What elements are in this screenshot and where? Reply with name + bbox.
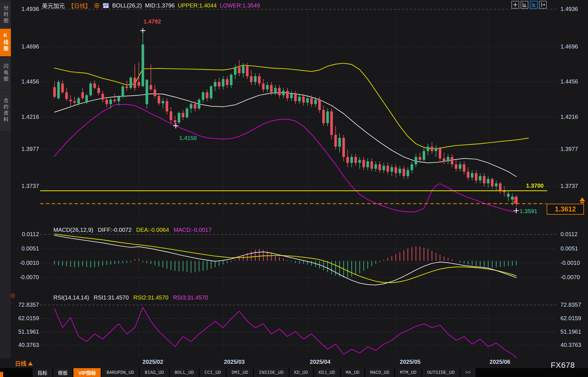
sidebar-item-闪电图[interactable]: 闪电图 bbox=[0, 57, 11, 89]
chart-header: 美元加元 【日线】 BOLL(26,2) MID:1.3796 UPPER:1.… bbox=[42, 1, 260, 10]
macd-dea-value: DEA:-0.0064 bbox=[136, 227, 169, 233]
sidebar-item-K线图[interactable]: K线图 bbox=[0, 29, 11, 56]
tab-DMI_UD[interactable]: DMI_UD bbox=[227, 368, 253, 377]
boll-upper-value: UPPER:1.4044 bbox=[178, 2, 217, 9]
axis-label: 1.4216 bbox=[11, 114, 39, 120]
axis-label: 62.0159 bbox=[11, 315, 39, 322]
axis-shift-button[interactable] bbox=[539, 1, 547, 9]
tab-MTM_UD[interactable]: MTM_UD bbox=[395, 368, 421, 377]
date-label: 2025/05 bbox=[400, 359, 420, 365]
axis-label: 1.3737 bbox=[11, 183, 39, 189]
axis-label: -0.0010 bbox=[560, 260, 580, 266]
trading-app: 分时图K线图闪电图合约资料 美元加元 【日线】 BOLL(26,2) MID:1… bbox=[0, 0, 588, 377]
level-line-label: 1.3700 bbox=[526, 182, 544, 189]
mini-chart-icon bbox=[103, 3, 109, 9]
macd-header: MACD(26,12,9) DIFF:-0.0072 DEA:-0.0064 M… bbox=[53, 227, 212, 233]
axis-label: 1.3977 bbox=[11, 146, 39, 152]
indicator-tabbar: 指标模板VIP指标BARUPDN_UDBIAS_UDBOLL_UDCCI_UDD… bbox=[0, 368, 588, 377]
triangle-up-icon bbox=[28, 362, 33, 366]
axis-label: 0.0112 bbox=[11, 231, 39, 238]
axis-auto-button[interactable] bbox=[530, 1, 538, 9]
axis-label: 1.3737 bbox=[560, 183, 578, 189]
axis-label: 0.0112 bbox=[560, 231, 578, 238]
high-price-annotation: 1.4792 bbox=[143, 18, 161, 25]
boll-mid-value: MID:1.3796 bbox=[145, 2, 174, 9]
tab-BIAS_UD[interactable]: BIAS_UD bbox=[140, 368, 169, 377]
axis-label: 1.4696 bbox=[560, 43, 578, 50]
tab-BOLL_UD[interactable]: BOLL_UD bbox=[170, 368, 199, 377]
corner-accent bbox=[0, 372, 3, 377]
last-price-box: 1.3612 bbox=[547, 204, 584, 215]
tab-CCI_UD[interactable]: CCI_UD bbox=[200, 368, 226, 377]
axis-label: 51.1961 bbox=[11, 329, 39, 335]
pan-crosshair-button[interactable] bbox=[511, 1, 519, 9]
tab-OUTSIDE_UD[interactable]: OUTSIDE_UD bbox=[422, 368, 460, 377]
rsi-title: RSI(14,14,14) bbox=[53, 294, 89, 301]
macd-diff-value: DIFF:-0.0072 bbox=[98, 227, 132, 233]
axis-label: -0.0070 bbox=[11, 274, 39, 281]
alert-dot-icon[interactable] bbox=[10, 293, 15, 298]
axis-label: 1.4216 bbox=[560, 114, 578, 120]
axis-label: 1.4696 bbox=[11, 43, 39, 50]
axis-label: 72.8357 bbox=[560, 302, 581, 308]
period-badge[interactable]: 【日线】 bbox=[68, 1, 91, 10]
rsi1-value: RSI1:31.4570 bbox=[94, 294, 129, 301]
last-low-annotation: 1.3591 bbox=[520, 208, 537, 215]
tab->>[interactable]: >> bbox=[460, 368, 476, 377]
chart-canvas[interactable] bbox=[0, 0, 588, 359]
axis-label: 1.4936 bbox=[560, 6, 578, 12]
axis-label: -0.0010 bbox=[11, 260, 39, 266]
boll-lower-value: LOWER:1.3549 bbox=[220, 2, 260, 9]
tab-BARUPDN_UD[interactable]: BARUPDN_UD bbox=[102, 368, 139, 377]
axis-label: 1.4936 bbox=[11, 6, 39, 12]
chart-toolbar bbox=[511, 1, 547, 9]
axis-label: 0.0051 bbox=[11, 245, 39, 252]
axis-scale-button[interactable] bbox=[521, 1, 528, 9]
axis-label: 62.0159 bbox=[560, 315, 581, 322]
tab-指标[interactable]: 指标 bbox=[33, 368, 52, 377]
axis-label: 72.8357 bbox=[11, 302, 39, 308]
date-label: 2025/03 bbox=[224, 359, 245, 365]
axis-label: 1.4456 bbox=[560, 78, 578, 85]
tab-MA_UD[interactable]: MA_UD bbox=[341, 368, 364, 377]
rsi-header: RSI(14,14,14) RSI1:31.4570 RSI2:31.4570 … bbox=[53, 294, 208, 301]
axis-label: 1.4456 bbox=[11, 78, 39, 85]
macd-macd-value: MACD:-0.0017 bbox=[174, 227, 211, 233]
tab-KDJ_UD[interactable]: KDJ_UD bbox=[314, 368, 340, 377]
tab-模板[interactable]: 模板 bbox=[53, 368, 73, 377]
axis-label: 51.1961 bbox=[560, 329, 581, 335]
date-label: 2025/06 bbox=[490, 359, 510, 365]
macd-title: MACD(26,12,9) bbox=[53, 227, 93, 233]
symbol-name: 美元加元 bbox=[42, 1, 65, 10]
circled-plus-icon[interactable] bbox=[94, 3, 100, 8]
tab-INSIDE_UD[interactable]: INSIDE_UD bbox=[254, 368, 288, 377]
axis-label: 0.0051 bbox=[560, 245, 578, 252]
axis-label: 40.3763 bbox=[11, 342, 39, 348]
sidebar-item-分时图[interactable]: 分时图 bbox=[0, 2, 11, 28]
tab-MACD_UD[interactable]: MACD_UD bbox=[365, 368, 394, 377]
boll-indicator-label: BOLL(26,2) bbox=[112, 2, 142, 9]
tab-KD_UD[interactable]: KD_UD bbox=[289, 368, 313, 377]
watermark: FX678 bbox=[551, 361, 575, 370]
axis-label: -0.0070 bbox=[560, 274, 580, 281]
period-selector[interactable]: 日线 bbox=[15, 359, 33, 368]
tab-VIP指标[interactable]: VIP指标 bbox=[73, 368, 101, 377]
feb-low-annotation: 1.4150 bbox=[179, 135, 197, 141]
axis-label: 40.3763 bbox=[560, 342, 581, 348]
axis-label: 1.3977 bbox=[560, 146, 578, 152]
date-label: 2025/02 bbox=[143, 359, 163, 365]
sidebar-item-合约资料[interactable]: 合约资料 bbox=[0, 90, 11, 131]
period-selector-label: 日线 bbox=[15, 359, 26, 368]
rsi3-value: RSI3:31.4570 bbox=[173, 294, 208, 301]
sidebar: 分时图K线图闪电图合约资料 bbox=[0, 0, 11, 358]
rsi2-value: RSI2:31.4570 bbox=[133, 294, 168, 301]
date-label: 2025/04 bbox=[310, 359, 330, 365]
